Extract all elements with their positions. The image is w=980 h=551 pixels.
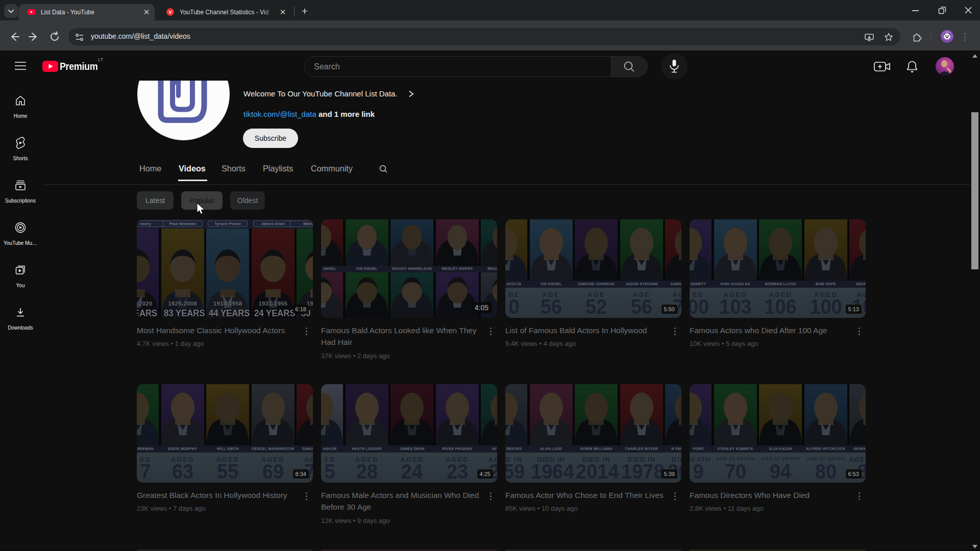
svg-text:V: V <box>168 10 172 15</box>
